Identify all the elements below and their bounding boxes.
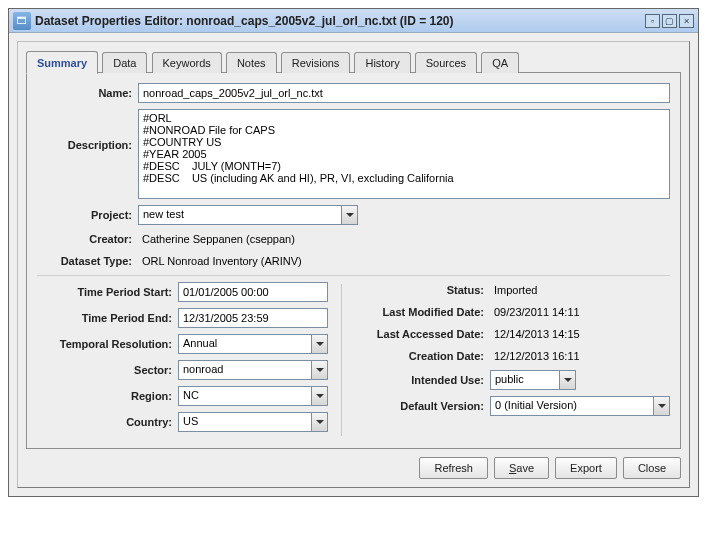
defaultversion-combo[interactable]: 0 (Initial Version)	[490, 396, 670, 416]
region-combo-value: NC	[179, 387, 311, 405]
client-area: Summary Data Keywords Notes Revisions Hi…	[9, 33, 698, 496]
tab-summary[interactable]: Summary	[26, 51, 98, 74]
refresh-button[interactable]: Refresh	[419, 457, 488, 479]
save-button[interactable]: Save	[494, 457, 549, 479]
intendeduse-combo-value: public	[491, 371, 559, 389]
creation-label: Creation Date:	[354, 350, 484, 362]
tab-data[interactable]: Data	[102, 52, 147, 73]
datasettype-value: ORL Nonroad Inventory (ARINV)	[138, 253, 306, 269]
project-label: Project:	[37, 209, 132, 221]
tab-page-summary: Name: Description: #ORL #NONROAD File fo…	[26, 72, 681, 449]
dataset-properties-window: 🗔 Dataset Properties Editor: nonroad_cap…	[8, 8, 699, 497]
status-value: Imported	[490, 282, 541, 298]
datasettype-label: Dataset Type:	[37, 255, 132, 267]
creator-label: Creator:	[37, 233, 132, 245]
chevron-down-icon[interactable]	[311, 335, 327, 353]
status-label: Status:	[354, 284, 484, 296]
lastmod-value: 09/23/2011 14:11	[490, 304, 584, 320]
lastacc-value: 12/14/2013 14:15	[490, 326, 584, 342]
tab-notes[interactable]: Notes	[226, 52, 277, 73]
timestart-label: Time Period Start:	[37, 286, 172, 298]
close-x-icon[interactable]: ⨉	[679, 14, 694, 28]
region-combo[interactable]: NC	[178, 386, 328, 406]
sector-combo[interactable]: nonroad	[178, 360, 328, 380]
chevron-down-icon[interactable]	[653, 397, 669, 415]
tempres-combo[interactable]: Annual	[178, 334, 328, 354]
intendeduse-label: Intended Use:	[354, 374, 484, 386]
country-combo-value: US	[179, 413, 311, 431]
defaultversion-label: Default Version:	[354, 400, 484, 412]
export-button[interactable]: Export	[555, 457, 617, 479]
window-title: Dataset Properties Editor: nonroad_caps_…	[35, 14, 643, 28]
tab-history[interactable]: History	[354, 52, 410, 73]
minimize-icon[interactable]: ▫	[645, 14, 660, 28]
divider	[37, 275, 670, 276]
country-label: Country:	[37, 416, 172, 428]
sector-combo-value: nonroad	[179, 361, 311, 379]
save-button-rest: ave	[516, 462, 534, 474]
project-combo-value: new test	[139, 206, 341, 224]
tab-keywords[interactable]: Keywords	[152, 52, 222, 73]
app-icon: 🗔	[13, 12, 31, 30]
defaultversion-combo-value: 0 (Initial Version)	[491, 397, 653, 415]
name-input[interactable]	[138, 83, 670, 103]
tempres-combo-value: Annual	[179, 335, 311, 353]
lastacc-label: Last Accessed Date:	[354, 328, 484, 340]
tab-bar: Summary Data Keywords Notes Revisions Hi…	[26, 50, 681, 73]
tempres-label: Temporal Resolution:	[37, 338, 172, 350]
description-textarea[interactable]: #ORL #NONROAD File for CAPS #COUNTRY US …	[138, 109, 670, 199]
intendeduse-combo[interactable]: public	[490, 370, 576, 390]
timestart-input[interactable]	[178, 282, 328, 302]
chevron-down-icon[interactable]	[311, 361, 327, 379]
sector-label: Sector:	[37, 364, 172, 376]
maximize-icon[interactable]: ▢	[662, 14, 677, 28]
lastmod-label: Last Modified Date:	[354, 306, 484, 318]
name-label: Name:	[37, 87, 132, 99]
left-col: Time Period Start: Time Period End: Temp…	[37, 282, 329, 438]
chevron-down-icon[interactable]	[341, 206, 357, 224]
button-bar: Refresh Save Export Close	[26, 449, 681, 479]
tab-qa[interactable]: QA	[481, 52, 519, 73]
description-label: Description:	[37, 109, 132, 151]
titlebar: 🗔 Dataset Properties Editor: nonroad_cap…	[9, 9, 698, 33]
project-combo[interactable]: new test	[138, 205, 358, 225]
region-label: Region:	[37, 390, 172, 402]
timeend-input[interactable]	[178, 308, 328, 328]
country-combo[interactable]: US	[178, 412, 328, 432]
tab-sources[interactable]: Sources	[415, 52, 477, 73]
vertical-divider	[341, 284, 342, 436]
creation-value: 12/12/2013 16:11	[490, 348, 584, 364]
right-col: Status: Imported Last Modified Date: 09/…	[354, 282, 670, 438]
close-button[interactable]: Close	[623, 457, 681, 479]
chevron-down-icon[interactable]	[559, 371, 575, 389]
tab-revisions[interactable]: Revisions	[281, 52, 351, 73]
creator-value: Catherine Seppanen (cseppan)	[138, 231, 299, 247]
timeend-label: Time Period End:	[37, 312, 172, 324]
main-panel: Summary Data Keywords Notes Revisions Hi…	[17, 41, 690, 488]
chevron-down-icon[interactable]	[311, 387, 327, 405]
chevron-down-icon[interactable]	[311, 413, 327, 431]
